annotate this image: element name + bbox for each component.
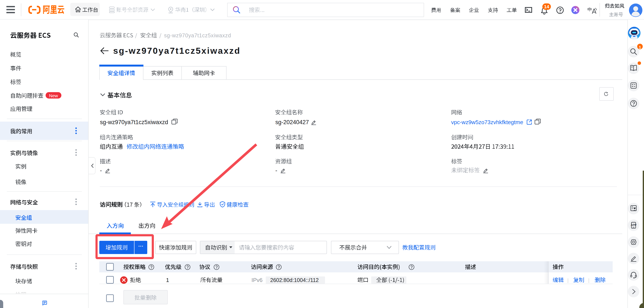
svg-text:APP: APP <box>631 223 636 226</box>
